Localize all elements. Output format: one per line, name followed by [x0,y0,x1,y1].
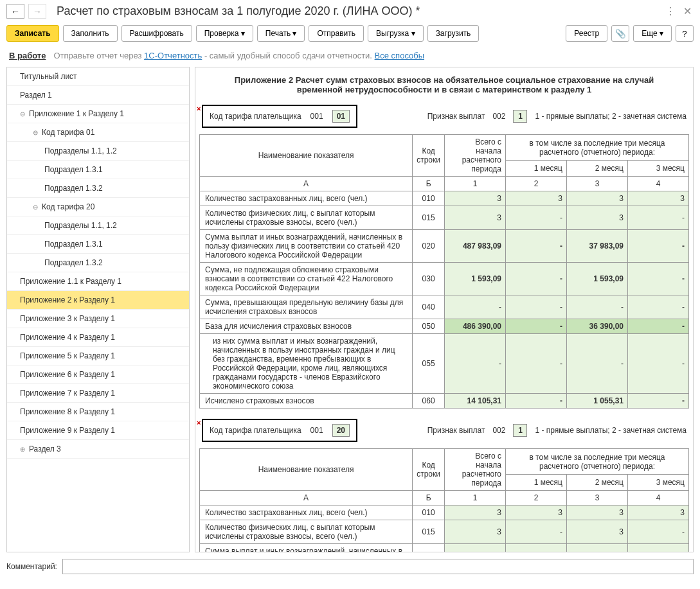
tariff-code-input[interactable]: 20 [332,424,350,437]
col-m1: 1 месяц [506,475,567,491]
send-button[interactable]: Отправить [309,25,364,42]
tree-item[interactable]: Подразделы 1.1, 1.2 [7,216,189,235]
cell-v4[interactable]: - [628,295,689,319]
tree-item[interactable]: Приложение 9 к Разделу 1 [7,421,189,440]
cell-v4[interactable]: 3 [628,505,689,520]
tree-item[interactable]: Приложение 4 к Разделу 1 [7,328,189,347]
cell-v2[interactable]: - [506,520,567,544]
cell-v4[interactable]: - [628,319,689,334]
tree-item[interactable]: Приложение 3 к Разделу 1 [7,310,189,328]
tree-item[interactable]: Подраздел 1.3.2 [7,254,189,272]
table-row: Сумма, не подлежащая обложению страховым… [200,263,689,295]
cell-v2[interactable]: - [506,544,567,553]
status-label[interactable]: В работе [9,51,46,60]
cell-v2[interactable]: 3 [506,505,567,520]
forward-button[interactable]: → [28,4,46,19]
cell-v2[interactable]: - [506,263,567,295]
cell-v2[interactable]: - [506,334,567,394]
row-code: 050 [413,319,445,334]
cell-v4[interactable]: - [628,206,689,230]
cell-v4[interactable]: 3 [628,191,689,206]
cell-v1[interactable]: 14 105,31 [445,394,506,409]
cell-v4[interactable]: - [628,520,689,544]
cell-v4[interactable]: - [628,544,689,553]
page-title: Расчет по страховым взносам за 1 полугод… [57,4,658,18]
all-methods-link[interactable]: Все способы [375,51,424,60]
decode-button[interactable]: Расшифровать [121,25,192,42]
close-icon[interactable]: ✕ [679,4,694,19]
col-m2: 2 месяц [567,161,628,177]
cell-v3[interactable]: - [567,295,628,319]
print-button[interactable]: Печать ▾ [257,25,305,42]
tree-item[interactable]: Приложение 1 к Разделу 1 [7,105,189,123]
row-code: 060 [413,394,445,409]
sign-hint: 1 - прямые выплаты; 2 - зачетная система [535,112,687,121]
cell-v3[interactable]: 1 593,09 [567,263,628,295]
cell-v4[interactable]: - [628,394,689,409]
cell-v1[interactable]: 486 390,00 [445,319,506,334]
load-button[interactable]: Загрузить [427,25,480,42]
cell-v1[interactable]: 3 [445,191,506,206]
col-total: Всего с начала расчетного периода [445,135,506,177]
cell-v2[interactable]: - [506,206,567,230]
cell-v3[interactable]: 3 [567,206,628,230]
cell-v3[interactable]: 3 [567,520,628,544]
cell-v4[interactable]: - [628,230,689,263]
cell-v2[interactable]: - [506,295,567,319]
cell-v1[interactable]: 3 [445,520,506,544]
tree-item[interactable]: Титульный лист [7,67,189,86]
cell-v2[interactable]: 3 [506,191,567,206]
cell-v1[interactable]: - [445,295,506,319]
cell-v1[interactable]: 3 [445,505,506,520]
tree-item[interactable]: Приложение 6 к Разделу 1 [7,365,189,384]
cell-v4[interactable]: - [628,263,689,295]
tree-item[interactable]: Приложение 2 к Разделу 1 [7,291,189,310]
cell-v3[interactable]: 36 390,00 [567,319,628,334]
help-icon[interactable]: ? [676,25,694,42]
cell-v1[interactable]: 1 593,09 [445,263,506,295]
tree-item[interactable]: Подраздел 1.3.1 [7,235,189,254]
chevron-down-icon: ▾ [241,29,245,38]
cell-v3[interactable]: 3 [567,191,628,206]
tree-item[interactable]: Приложение 7 к Разделу 1 [7,384,189,403]
cell-v2[interactable]: - [506,319,567,334]
reporting-link[interactable]: 1С-Отчетность [144,51,202,60]
tree-item[interactable]: Раздел 3 [7,440,189,459]
tree-item[interactable]: Подраздел 1.3.2 [7,179,189,198]
cell-v3[interactable]: 37 983,09 [567,230,628,263]
cell-v1[interactable]: 3 [445,206,506,230]
tree-item[interactable]: Приложение 1.1 к Разделу 1 [7,272,189,291]
back-button[interactable]: ← [6,4,24,19]
sign-input[interactable]: 1 [513,424,527,437]
registry-button[interactable]: Реестр [566,25,607,42]
tree-item[interactable]: Код тарифа 01 [7,123,189,142]
cell-v3[interactable]: 3 [567,505,628,520]
tree-item[interactable]: Подразделы 1.1, 1.2 [7,142,189,161]
export-button[interactable]: Выгрузка ▾ [368,25,424,42]
sign-input[interactable]: 1 [513,110,527,123]
cell-v1[interactable]: 487 983,09 [445,230,506,263]
row-code: 030 [413,263,445,295]
row-name: Количество физических лиц, с выплат кото… [200,520,413,544]
menu-icon[interactable]: ⋮ [661,4,676,19]
cell-v1[interactable]: 111 467,14 [445,544,506,553]
tree-item[interactable]: Раздел 1 [7,86,189,105]
cell-v3[interactable]: 111 467,14 [567,544,628,553]
cell-v2[interactable]: - [506,230,567,263]
comment-input[interactable] [62,559,694,574]
tree-item[interactable]: Код тарифа 20 [7,198,189,216]
tree-item[interactable]: Приложение 8 к Разделу 1 [7,403,189,421]
save-button[interactable]: Записать [6,25,59,42]
cell-v2[interactable]: - [506,394,567,409]
tree-item[interactable]: Приложение 5 к Разделу 1 [7,347,189,365]
fill-button[interactable]: Заполнить [63,25,118,42]
check-button[interactable]: Проверка ▾ [196,25,253,42]
cell-v3[interactable]: 1 055,31 [567,394,628,409]
tree-item[interactable]: Подраздел 1.3.1 [7,161,189,179]
more-button[interactable]: Еще ▾ [633,25,672,42]
tariff-code-input[interactable]: 01 [332,110,350,123]
cell-v4[interactable]: - [628,334,689,394]
cell-v1[interactable]: - [445,334,506,394]
attach-icon[interactable]: 📎 [611,25,629,42]
cell-v3[interactable]: - [567,334,628,394]
